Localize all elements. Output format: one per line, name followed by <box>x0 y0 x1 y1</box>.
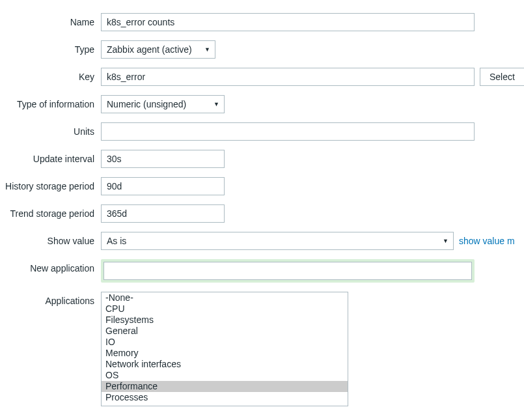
type-label: Type <box>0 40 101 55</box>
applications-label: Applications <box>0 292 101 306</box>
show-value-mappings-link[interactable]: show value m <box>459 236 515 246</box>
history-storage-period-label: History storage period <box>0 177 101 191</box>
applications-option[interactable]: General <box>102 326 348 337</box>
applications-option[interactable]: IO <box>102 337 348 348</box>
units-label: Units <box>0 122 101 137</box>
type-of-information-select[interactable]: Numeric (unsigned) <box>101 95 225 113</box>
name-label: Name <box>0 13 101 27</box>
units-input[interactable] <box>101 122 475 141</box>
key-select-button[interactable]: Select <box>480 68 524 86</box>
type-select[interactable]: Zabbix agent (active) <box>101 40 215 59</box>
new-application-label: New application <box>0 259 101 273</box>
applications-option[interactable]: Processes <box>102 392 348 403</box>
trend-storage-period-input[interactable] <box>101 204 225 223</box>
name-input[interactable] <box>101 13 475 31</box>
update-interval-label: Update interval <box>0 150 101 164</box>
key-label: Key <box>0 68 101 82</box>
new-application-input[interactable] <box>103 262 472 280</box>
type-of-information-label: Type of information <box>0 95 101 109</box>
applications-option[interactable]: CPU <box>102 303 348 315</box>
history-storage-period-input[interactable] <box>101 177 225 195</box>
key-input[interactable] <box>101 68 475 86</box>
applications-option[interactable]: Performance <box>102 381 348 392</box>
show-value-label: Show value <box>0 232 101 246</box>
applications-option[interactable]: OS <box>102 370 348 381</box>
applications-option[interactable]: Filesystems <box>102 315 348 326</box>
applications-option[interactable]: Memory <box>102 348 348 359</box>
applications-listbox[interactable]: -None-CPUFilesystemsGeneralIOMemoryNetwo… <box>101 292 348 406</box>
new-application-highlight <box>101 259 475 283</box>
trend-storage-period-label: Trend storage period <box>0 204 101 219</box>
show-value-select[interactable]: As is <box>101 232 454 250</box>
applications-option[interactable]: -None- <box>102 292 348 303</box>
applications-option[interactable]: Network interfaces <box>102 359 348 370</box>
update-interval-input[interactable] <box>101 150 225 168</box>
